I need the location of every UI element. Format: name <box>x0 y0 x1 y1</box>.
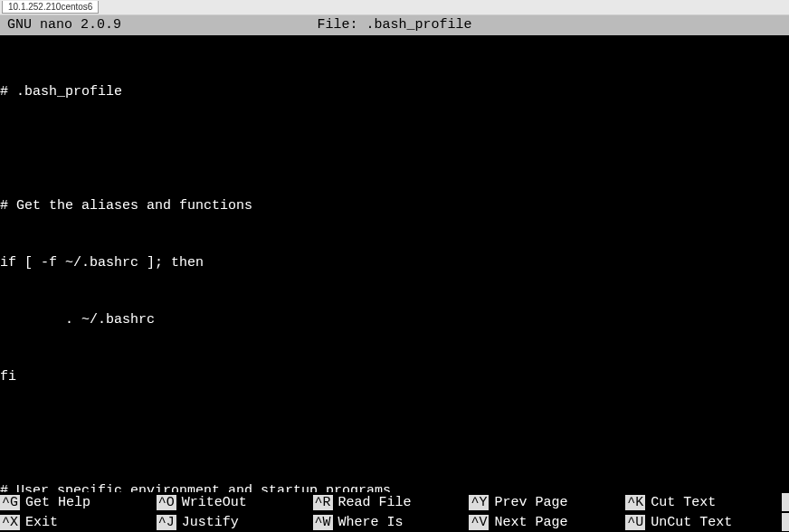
key-description: Exit <box>25 515 58 530</box>
key-shortcut: ^Y <box>469 495 489 510</box>
key-shortcut: ^X <box>0 515 20 530</box>
nano-help-bar: ^G Get Help ^O WriteOut ^R Read File ^Y … <box>0 492 789 532</box>
help-continuation <box>782 493 789 511</box>
key-shortcut: ^K <box>625 495 645 510</box>
editor-line <box>0 139 789 158</box>
key-description: Where Is <box>338 515 404 530</box>
key-description: Prev Page <box>494 495 567 510</box>
terminal-tab[interactable]: 10.1.252.210centos6 <box>2 1 99 14</box>
editor-line: if [ -f ~/.bashrc ]; then <box>0 253 789 272</box>
key-shortcut: ^R <box>313 495 333 510</box>
key-shortcut: ^J <box>157 515 176 530</box>
file-name-label: File: .bash_profile <box>317 15 471 35</box>
help-cut-text[interactable]: ^K Cut Text <box>625 495 782 510</box>
nano-title-bar: GNU nano 2.0.9 File: .bash_profile <box>0 15 789 35</box>
editor-line: # .bash_profile <box>0 82 789 101</box>
help-justify[interactable]: ^J Justify <box>157 515 313 530</box>
editor-line: fi <box>0 367 789 386</box>
key-description: WriteOut <box>182 495 247 510</box>
key-description: Read File <box>338 495 412 510</box>
help-read-file[interactable]: ^R Read File <box>313 495 470 510</box>
key-shortcut: ^U <box>625 515 645 530</box>
key-description: Justify <box>182 515 239 530</box>
help-exit[interactable]: ^X Exit <box>0 515 157 530</box>
key-shortcut: ^O <box>157 495 176 510</box>
editor-line <box>0 424 789 443</box>
key-description: Cut Text <box>651 495 716 510</box>
tab-label: 10.1.252.210centos6 <box>8 2 92 12</box>
help-prev-page[interactable]: ^Y Prev Page <box>469 495 625 510</box>
help-next-page[interactable]: ^V Next Page <box>469 515 625 530</box>
help-writeout[interactable]: ^O WriteOut <box>157 495 313 510</box>
key-shortcut: ^G <box>0 495 20 510</box>
editor-line: . ~/.bashrc <box>0 310 789 329</box>
help-row: ^G Get Help ^O WriteOut ^R Read File ^Y … <box>0 492 789 512</box>
key-description: UnCut Text <box>651 515 732 530</box>
editor-line: # Get the aliases and functions <box>0 196 789 215</box>
help-where-is[interactable]: ^W Where Is <box>313 515 470 530</box>
key-shortcut: ^W <box>313 515 333 530</box>
key-description: Next Page <box>494 515 567 530</box>
help-uncut-text[interactable]: ^U UnCut Text <box>625 515 782 530</box>
help-get-help[interactable]: ^G Get Help <box>0 495 157 510</box>
key-shortcut: ^V <box>469 515 489 530</box>
help-continuation <box>782 513 789 531</box>
key-description: Get Help <box>25 495 90 510</box>
window-chrome: 10.1.252.210centos6 <box>0 0 789 15</box>
app-version: GNU nano 2.0.9 <box>7 15 121 35</box>
help-row: ^X Exit ^J Justify ^W Where Is ^V Next P… <box>0 512 789 532</box>
editor-area[interactable]: # .bash_profile # Get the aliases and fu… <box>0 35 789 492</box>
